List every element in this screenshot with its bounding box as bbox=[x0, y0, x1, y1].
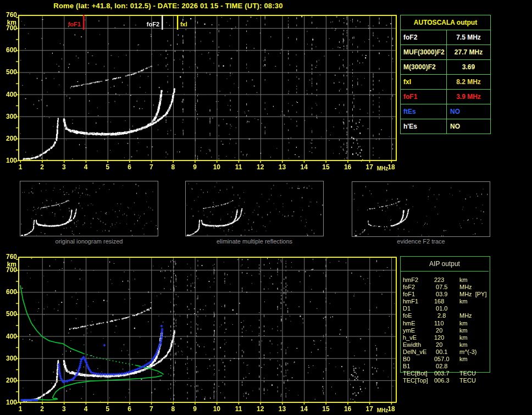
thumbnail-original-ionogram bbox=[20, 181, 158, 236]
aip-row-value: 02.8 bbox=[434, 363, 459, 370]
aip-row-unit: km bbox=[459, 356, 468, 363]
aip-row-unit: km bbox=[459, 276, 468, 284]
autoscala-screen: { "title": "Rome (lat: +41.8, lon: 012.5… bbox=[0, 0, 532, 415]
autoscala-row-value: 3.69 bbox=[447, 60, 490, 74]
autoscala-row: MUF(3000)F227.7 MHz bbox=[401, 45, 490, 60]
aip-row-label: TEC[Top] bbox=[403, 377, 434, 384]
autoscala-row-value: 8.2 MHz bbox=[447, 75, 490, 89]
aip-row: DelN_vE 00.1m^(-3) bbox=[403, 348, 529, 356]
aip-row-unit: MHz bbox=[459, 284, 472, 291]
aip-row-value: 168 bbox=[434, 298, 459, 305]
aip-row-value: 01.0 bbox=[434, 305, 459, 312]
aip-row-label: D1 bbox=[403, 305, 434, 312]
autoscala-row: h'EsNO bbox=[401, 119, 490, 134]
autoscala-row-value: 27.7 MHz bbox=[447, 45, 490, 59]
aip-row-label: h_vE bbox=[403, 334, 434, 341]
autoscala-row-value: 3.9 MHz bbox=[447, 90, 490, 104]
aip-row-unit: MHz [PY] bbox=[459, 291, 487, 298]
aip-row: B0057.0km bbox=[403, 356, 529, 363]
aip-row-value: 057.0 bbox=[434, 356, 459, 363]
aip-row-value: 20 bbox=[434, 327, 459, 334]
aip-row: foF2 07.5MHz bbox=[403, 284, 529, 291]
autoscala-table-header: AUTOSCALA output bbox=[401, 15, 490, 30]
aip-row: TEC[Bot]003.7TECU bbox=[403, 370, 529, 377]
station-date-title: Rome (lat: +41.8, lon: 012.5) - DATE: 20… bbox=[0, 2, 336, 10]
aip-row-label: foE bbox=[403, 312, 434, 319]
thumbnail-caption-eliminate: eliminate multiple reflections bbox=[189, 238, 320, 245]
aip-row: hmE110km bbox=[403, 320, 529, 327]
aip-row-value: 223 bbox=[434, 276, 459, 284]
aip-row-label: Ewidth bbox=[403, 341, 434, 348]
aip-row-label: DelN_vE bbox=[403, 348, 434, 356]
aip-row: hmF1168km bbox=[403, 298, 529, 305]
thumbnail-caption-original: original ionogram resized bbox=[23, 238, 155, 245]
aip-row-label: B1 bbox=[403, 363, 434, 370]
aip-row-value: 20 bbox=[434, 341, 459, 348]
aip-row-label: TEC[Bot] bbox=[403, 370, 434, 377]
autoscala-row-label: fxI bbox=[401, 75, 447, 89]
bottom-ionogram-canvas bbox=[0, 253, 404, 415]
aip-row: foF1 03.9MHz [PY] bbox=[403, 291, 529, 298]
aip-row-label: B0 bbox=[403, 356, 434, 363]
autoscala-row-value: NO bbox=[447, 119, 490, 134]
aip-row-unit: TECU bbox=[459, 370, 476, 377]
aip-row: h_vE120km bbox=[403, 334, 529, 341]
aip-row-label: foF2 bbox=[403, 284, 434, 291]
aip-row-unit: km bbox=[459, 327, 468, 334]
autoscala-row-label: MUF(3000)F2 bbox=[401, 45, 447, 59]
aip-row-unit: km bbox=[459, 341, 468, 348]
autoscala-output-table: AUTOSCALA output foF27.5 MHzMUF(3000)F22… bbox=[400, 15, 491, 134]
aip-row-value: 07.5 bbox=[434, 284, 459, 291]
thumbnail-caption-evidence: evidence F2 trace bbox=[355, 238, 487, 245]
aip-row-label: hmF1 bbox=[403, 298, 434, 305]
aip-table-header: AIP output bbox=[401, 257, 489, 272]
aip-row-value: 00.1 bbox=[434, 348, 459, 356]
thumbnail-evidence-f2-trace bbox=[352, 181, 490, 237]
aip-row: B1 02.8 bbox=[403, 363, 529, 370]
aip-table-rows: hmF2223kmfoF2 07.5MHzfoF1 03.9MHz [PY]hm… bbox=[403, 276, 529, 384]
aip-row-value: 110 bbox=[434, 320, 459, 327]
autoscala-row-label: M(3000)F2 bbox=[401, 60, 447, 74]
aip-row: foE 2.8MHz bbox=[403, 312, 529, 319]
aip-row-value: 003.7 bbox=[434, 370, 459, 377]
aip-row-unit: km bbox=[459, 334, 468, 341]
aip-row-unit: km bbox=[459, 298, 468, 305]
autoscala-row-label: h'Es bbox=[401, 119, 447, 134]
aip-row-value: 03.9 bbox=[434, 291, 459, 298]
aip-row-unit: km bbox=[459, 320, 468, 327]
autoscala-row: ftEsNO bbox=[401, 104, 490, 119]
autoscala-row-value: 7.5 MHz bbox=[447, 30, 490, 45]
autoscala-row-label: ftEs bbox=[401, 104, 447, 119]
autoscala-row: foF13.9 MHz bbox=[401, 90, 490, 104]
autoscala-row: M(3000)F23.69 bbox=[401, 60, 490, 75]
aip-row-label: hmF2 bbox=[403, 276, 434, 284]
aip-row-label: foF1 bbox=[403, 291, 434, 298]
aip-row: D1 01.0 bbox=[403, 305, 529, 312]
aip-row: ymE 20km bbox=[403, 327, 529, 334]
autoscala-table-rows: foF27.5 MHzMUF(3000)F227.7 MHzM(3000)F23… bbox=[401, 30, 490, 134]
aip-row-value: 2.8 bbox=[434, 312, 459, 319]
top-ionogram-canvas bbox=[0, 11, 404, 174]
autoscala-row-value: NO bbox=[447, 104, 490, 119]
aip-row-value: 006.3 bbox=[434, 377, 459, 384]
aip-row-unit: m^(-3) bbox=[459, 348, 476, 356]
autoscala-row: fxI8.2 MHz bbox=[401, 75, 490, 90]
aip-row-label: hmE bbox=[403, 320, 434, 327]
autoscala-row-label: foF1 bbox=[401, 90, 447, 104]
autoscala-row-label: foF2 bbox=[401, 30, 447, 45]
aip-row-value: 120 bbox=[434, 334, 459, 341]
aip-row: Ewidth 20km bbox=[403, 341, 529, 348]
autoscala-row: foF27.5 MHz bbox=[401, 30, 490, 45]
aip-row-unit: TECU bbox=[459, 377, 476, 384]
aip-row-unit: MHz bbox=[459, 312, 472, 319]
aip-row: hmF2223km bbox=[403, 276, 529, 284]
aip-row: TEC[Top]006.3TECU bbox=[403, 377, 529, 384]
aip-row-label: ymE bbox=[403, 327, 434, 334]
thumbnail-eliminate-reflections bbox=[185, 181, 324, 236]
